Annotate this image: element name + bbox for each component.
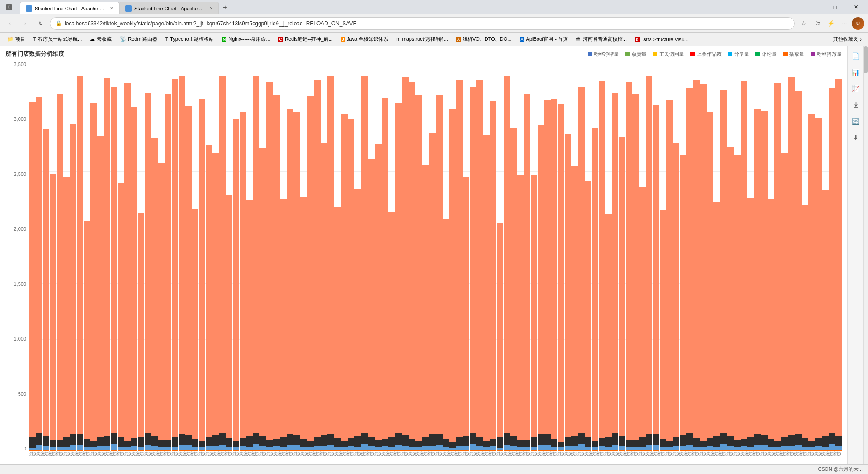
status-right-text: CSDN @六月的大... [818,466,863,473]
bookmark-4[interactable]: T Typecho主题模板站 [162,34,217,44]
collections-icon[interactable]: 🗂 [811,17,824,30]
address-bar[interactable]: 🔒 localhost:63342/tiktok_weekly/static/p… [50,17,795,30]
x-axis-label: 沈家店 [740,451,747,460]
bookmark-11[interactable]: 🏛 河南省普通高校招... [572,34,630,44]
bar-plays [368,159,374,436]
bar-group [829,60,835,451]
bar-blue [720,444,726,450]
bar-plays [781,153,788,437]
legend-area: 粉丝净增量 点赞量 主页访问量 上架作品数 [588,51,842,57]
bar-plays [259,148,266,436]
new-tab-button[interactable]: + [219,1,231,14]
bar-dark [280,437,286,447]
bar-blue [368,446,374,450]
bar-dark [619,436,625,446]
maximize-button[interactable]: □ [825,0,845,14]
bar-plays [626,82,632,440]
bar-group [599,60,605,451]
x-axis-label: 沈家店 [273,451,280,460]
extensions-icon[interactable]: ⚡ [825,17,837,30]
bookmarks-overflow[interactable]: 其他收藏夹 › [830,36,864,43]
bar-dark [551,439,557,448]
bar-plays [612,93,618,433]
minimize-button[interactable]: — [804,0,825,14]
bar-group [565,60,571,451]
bar-group [558,60,564,451]
download-icon[interactable]: ⬇ [849,131,862,144]
bar-blue [327,445,334,450]
chart-line-icon[interactable]: 📊 [849,66,862,79]
bar-dark [36,433,42,445]
bar-blue [36,445,42,450]
bar-group [43,60,49,451]
bookmark-8[interactable]: m mapstruct使用详解... [393,34,452,44]
scrollbar[interactable] [863,46,868,464]
bookmark-label-10: ApiBoot官网 - 首页 [526,36,568,43]
bar-group [287,60,293,451]
bar-plays [307,96,313,441]
bookmark-9[interactable]: A 浅析VO、DTO、DO... [453,34,515,44]
x-axis-label: 沈家店 [584,451,591,460]
bar-blue [470,444,476,450]
bar-plays [808,114,815,442]
bookmark-12[interactable]: D Data Structure Visu... [631,34,692,44]
x-axis-label: 沈家店 [293,451,300,460]
forward-button[interactable]: › [19,17,32,30]
bookmark-folder-icon[interactable]: 📁 项目 [4,34,29,44]
bar-plays [354,189,361,436]
bar-dark [375,440,381,447]
bookmark-5[interactable]: N Nginx------常用命... [218,34,274,44]
document-icon[interactable]: 📄 [849,50,862,62]
bar-dark [741,439,747,446]
bookmark-icon-7: J [341,37,345,42]
tab-close-2[interactable]: ✕ [209,6,213,11]
bookmark-7[interactable]: J Java 全栈知识体系 [337,34,392,44]
x-axis-label: 沈家店 [300,451,307,460]
status-bar: CSDN @六月的大... [0,464,868,474]
bar-dark [673,437,679,446]
bar-dark [524,440,530,447]
bar-dark [327,434,334,445]
bar-dark [490,439,496,446]
x-axis-label: 沈家店 [835,451,841,460]
bar-plays [280,199,286,437]
tab-close-1[interactable]: ✕ [110,6,113,11]
close-button[interactable]: ✕ [845,0,866,14]
refresh-data-icon[interactable]: 🔄 [849,115,862,128]
settings-icon[interactable]: ··· [838,17,851,30]
bar-dark [368,437,374,446]
bookmark-3[interactable]: 📡 Redmi路由器 [116,34,161,44]
bar-dark [713,436,720,447]
bar-plays [660,210,666,439]
bar-dark [639,437,646,447]
back-button[interactable]: ‹ [4,17,16,30]
refresh-button[interactable]: ↻ [34,17,47,30]
right-sidebar: 📄 📊 📈 🗄 🔄 ⬇ [847,46,863,464]
bar-blue [673,446,679,450]
bookmark-icon-5: N [222,37,227,42]
profile-avatar[interactable]: U [852,17,864,30]
bookmark-6[interactable]: C Redis笔记--狂神_解... [275,34,336,44]
x-axis-label: 沈家店 [205,451,212,460]
x-axis-label: 沈家店 [131,451,138,460]
bar-plays [578,87,585,433]
database-icon[interactable]: 🗄 [849,99,862,111]
bar-group [626,60,632,451]
bar-chart-icon[interactable]: 📈 [849,82,862,95]
bookmark-1[interactable]: T 程序员一站式导航... [30,34,85,44]
star-icon[interactable]: ☆ [797,17,810,30]
bar-blue [382,446,388,450]
bar-blue [707,446,713,450]
bar-dark [84,439,90,448]
tab-active[interactable]: Stacked Line Chart - Apache EC... ✕ [20,2,119,14]
x-axis-label: 沈家店 [192,451,198,460]
bar-plays [57,94,63,440]
bar-group [409,60,415,451]
tab-inactive[interactable]: Stacked Line Chart - Apache EC... ✕ [119,2,219,14]
x-axis-label: 沈家店 [246,451,253,460]
bookmark-10[interactable]: A ApiBoot官网 - 首页 [516,34,571,44]
bar-dark [341,441,347,447]
bar-blue [510,446,517,450]
bookmark-2[interactable]: ☁ 云收藏 [86,34,115,44]
x-axis-label: 沈家店 [388,451,395,460]
